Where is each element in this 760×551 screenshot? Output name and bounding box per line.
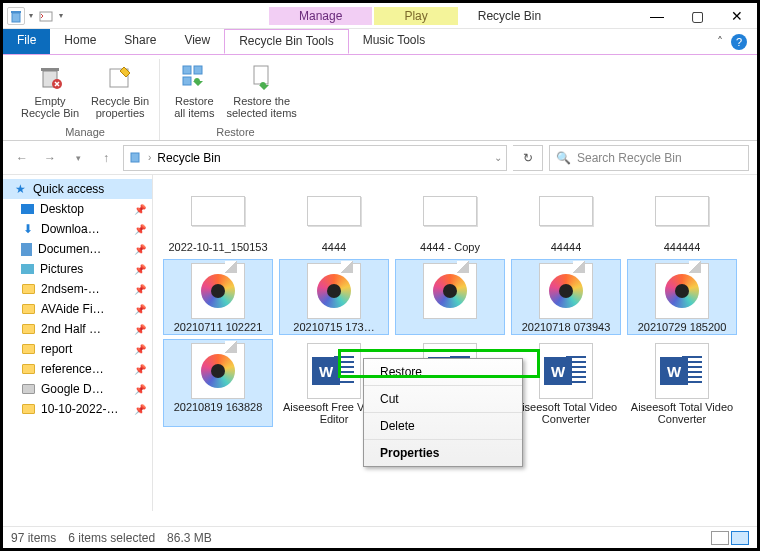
folder-icon — [21, 322, 35, 336]
menu-item-cut[interactable]: Cut — [364, 386, 522, 413]
status-size: 86.3 MB — [167, 531, 212, 545]
svg-rect-10 — [254, 66, 268, 84]
pin-icon: 📌 — [134, 244, 146, 255]
search-placeholder: Search Recycle Bin — [577, 151, 682, 165]
sidebar-item-label: Google D… — [41, 382, 104, 396]
ribbon-group-label: Manage — [65, 124, 105, 138]
maximize-button[interactable]: ▢ — [677, 3, 717, 29]
restore-selected-button[interactable]: Restore the selected items — [223, 59, 301, 121]
sidebar-item-label: AVAide Fi… — [41, 302, 105, 316]
pin-icon: 📌 — [134, 344, 146, 355]
window-title: Recycle Bin — [478, 9, 541, 23]
tab-recycle-bin-tools[interactable]: Recycle Bin Tools — [224, 29, 349, 54]
address-bar[interactable]: › Recycle Bin ⌄ — [123, 145, 507, 171]
sidebar-item[interactable]: AVAide Fi…📌 — [3, 299, 152, 319]
menu-item-delete[interactable]: Delete — [364, 413, 522, 440]
file-item[interactable]: 444444 — [627, 179, 737, 255]
file-item[interactable]: 4444 - Copy — [395, 179, 505, 255]
context-tab-play[interactable]: Play — [374, 7, 457, 25]
sidebar-item-quick-access[interactable]: ★ Quick access — [3, 179, 152, 199]
ribbon-group-manage: Empty Recycle Bin Recycle Bin properties… — [11, 59, 160, 140]
sidebar-item[interactable]: Google D…📌 — [3, 379, 152, 399]
file-name: 20210729 185200 — [638, 321, 727, 333]
file-item[interactable]: 20210729 185200 — [627, 259, 737, 335]
refresh-button[interactable]: ↻ — [513, 145, 543, 171]
menu-item-restore[interactable]: Restore — [364, 359, 522, 386]
qat-caret-icon[interactable]: ▾ — [57, 11, 65, 20]
tab-share[interactable]: Share — [110, 29, 170, 54]
sidebar-item-pictures[interactable]: Pictures📌 — [3, 259, 152, 279]
sidebar-item[interactable]: report📌 — [3, 339, 152, 359]
pin-icon: 📌 — [134, 404, 146, 415]
file-name: Aiseesoft Total Video Converter — [629, 401, 735, 425]
sidebar-item-documents[interactable]: Documen…📌 — [3, 239, 152, 259]
ribbon-group-restore: Restore all items Restore the selected i… — [164, 59, 307, 140]
context-tab-manage[interactable]: Manage — [269, 7, 372, 25]
forward-button[interactable]: → — [39, 147, 61, 169]
file-name: 20210715 173… — [293, 321, 374, 333]
sidebar-item[interactable]: 2nd Half …📌 — [3, 319, 152, 339]
svg-rect-4 — [41, 68, 59, 71]
file-item[interactable]: 44444 — [511, 179, 621, 255]
tab-file[interactable]: File — [3, 29, 50, 54]
help-icon[interactable]: ? — [731, 34, 747, 50]
back-button[interactable]: ← — [11, 147, 33, 169]
up-button[interactable]: ↑ — [95, 147, 117, 169]
star-icon: ★ — [13, 182, 27, 196]
recycle-bin-properties-button[interactable]: Recycle Bin properties — [87, 59, 153, 121]
pin-icon: 📌 — [134, 304, 146, 315]
restore-all-button[interactable]: Restore all items — [170, 59, 218, 121]
sidebar-item[interactable]: 2ndsem-…📌 — [3, 279, 152, 299]
file-item[interactable] — [395, 259, 505, 335]
sidebar-item-desktop[interactable]: Desktop📌 — [3, 199, 152, 219]
view-icons-button[interactable] — [731, 531, 749, 545]
view-details-button[interactable] — [711, 531, 729, 545]
context-menu: Restore Cut Delete Properties — [363, 358, 523, 467]
search-box[interactable]: 🔍 Search Recycle Bin — [549, 145, 749, 171]
sidebar-item-label: reference… — [41, 362, 104, 376]
menu-item-properties[interactable]: Properties — [364, 440, 522, 466]
folder-icon — [21, 282, 35, 296]
tab-view[interactable]: View — [170, 29, 224, 54]
folder-icon — [21, 402, 35, 416]
sidebar-item[interactable]: 10-10-2022-…📌 — [3, 399, 152, 419]
empty-recycle-bin-button[interactable]: Empty Recycle Bin — [17, 59, 83, 121]
sidebar-item-label: 2nd Half … — [41, 322, 101, 336]
file-item[interactable]: 20210715 173… — [279, 259, 389, 335]
folder-icon — [21, 362, 35, 376]
restore-selected-icon — [246, 61, 278, 93]
address-caret-icon[interactable]: ⌄ — [494, 152, 502, 163]
file-item[interactable]: 20210819 163828 — [163, 339, 273, 427]
drive-icon — [21, 382, 35, 396]
ribbon-btn-label: Restore the selected items — [227, 95, 297, 119]
file-item[interactable]: 20210718 073943 — [511, 259, 621, 335]
file-item[interactable]: 2022-10-11_150153 — [163, 179, 273, 255]
file-item[interactable]: WAiseesoft Total Video Converter — [627, 339, 737, 427]
collapse-ribbon-icon[interactable]: ˄ — [717, 35, 723, 49]
breadcrumb-sep-icon[interactable]: › — [148, 152, 151, 163]
close-button[interactable]: ✕ — [717, 3, 757, 29]
file-item[interactable]: WAiseesoft Total Video Converter — [511, 339, 621, 427]
recycle-bin-icon — [128, 149, 142, 166]
contextual-tabs: Manage Play — [269, 7, 458, 25]
pin-icon: 📌 — [134, 284, 146, 295]
window-controls: — ▢ ✕ — [637, 3, 757, 29]
qat-caret-icon[interactable]: ▾ — [27, 11, 35, 20]
file-name: 44444 — [551, 241, 582, 253]
sidebar-item-downloads[interactable]: ⬇Downloa…📌 — [3, 219, 152, 239]
tab-home[interactable]: Home — [50, 29, 110, 54]
file-name: 20210819 163828 — [174, 401, 263, 413]
file-item[interactable]: 20210711 102221 — [163, 259, 273, 335]
minimize-button[interactable]: — — [637, 3, 677, 29]
properties-icon[interactable] — [37, 7, 55, 25]
status-bar: 97 items 6 items selected 86.3 MB — [3, 526, 757, 548]
tab-music-tools[interactable]: Music Tools — [349, 29, 439, 54]
history-caret-icon[interactable]: ▾ — [67, 147, 89, 169]
sidebar-item[interactable]: reference…📌 — [3, 359, 152, 379]
sidebar-item-label: Desktop — [40, 202, 84, 216]
file-item[interactable]: 4444 — [279, 179, 389, 255]
breadcrumb-item[interactable]: Recycle Bin — [157, 151, 220, 165]
pin-icon: 📌 — [134, 264, 146, 275]
sidebar-item-label: Documen… — [38, 242, 101, 256]
recycle-bin-icon[interactable] — [7, 7, 25, 25]
